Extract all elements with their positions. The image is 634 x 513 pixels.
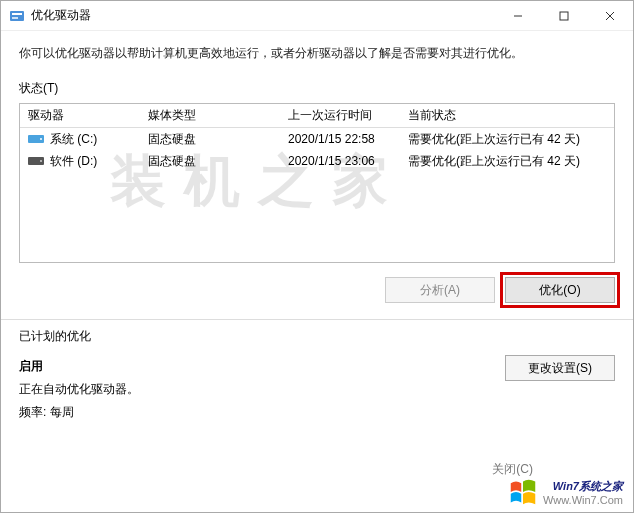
drive-media: 固态硬盘 (140, 153, 280, 170)
drive-name: 软件 (D:) (50, 153, 97, 170)
svg-rect-1 (12, 13, 22, 15)
minimize-icon (513, 11, 523, 21)
maximize-button[interactable] (541, 1, 587, 31)
schedule-heading: 启用 (19, 355, 485, 378)
maximize-icon (559, 11, 569, 21)
optimize-button[interactable]: 优化(O) (505, 277, 615, 303)
change-settings-button[interactable]: 更改设置(S) (505, 355, 615, 381)
brand-name: Win7系统之家 (543, 479, 623, 494)
drive-media: 固态硬盘 (140, 131, 280, 148)
status-label: 状态(T) (1, 70, 633, 103)
windows-logo-icon (509, 478, 537, 506)
drive-icon (28, 155, 44, 167)
scheduled-label: 已计划的优化 (1, 322, 633, 349)
drive-state: 需要优化(距上次运行已有 42 天) (400, 131, 614, 148)
drives-list[interactable]: 装机之家 驱动器 媒体类型 上一次运行时间 当前状态 系统 (C:) 固态硬盘 … (19, 103, 615, 263)
col-state[interactable]: 当前状态 (400, 107, 614, 124)
schedule-section: 启用 正在自动优化驱动器。 频率: 每周 更改设置(S) (1, 349, 633, 429)
app-icon (9, 8, 25, 24)
minimize-button[interactable] (495, 1, 541, 31)
action-buttons: 分析(A) 优化(O) (1, 263, 633, 317)
col-media[interactable]: 媒体类型 (140, 107, 280, 124)
drive-state: 需要优化(距上次运行已有 42 天) (400, 153, 614, 170)
divider (1, 319, 633, 320)
svg-point-8 (40, 138, 42, 140)
optimize-drives-window: 优化驱动器 你可以优化驱动器以帮助计算机更高效地运行，或者分析驱动器以了解是否需… (0, 0, 634, 513)
drive-last: 2020/1/15 23:06 (280, 154, 400, 168)
window-title: 优化驱动器 (31, 7, 91, 24)
close-label: 关闭(C) (492, 461, 533, 478)
drive-icon (28, 133, 44, 145)
schedule-line: 正在自动优化驱动器。 (19, 378, 485, 401)
table-row[interactable]: 系统 (C:) 固态硬盘 2020/1/15 22:58 需要优化(距上次运行已… (20, 128, 614, 150)
brand-url: Www.Win7.Com (543, 494, 623, 506)
svg-rect-4 (560, 12, 568, 20)
col-drive[interactable]: 驱动器 (20, 107, 140, 124)
list-header: 驱动器 媒体类型 上一次运行时间 当前状态 (20, 104, 614, 128)
description-text: 你可以优化驱动器以帮助计算机更高效地运行，或者分析驱动器以了解是否需要对其进行优… (1, 31, 633, 70)
analyze-button: 分析(A) (385, 277, 495, 303)
drive-name: 系统 (C:) (50, 131, 97, 148)
svg-rect-0 (10, 11, 24, 21)
titlebar: 优化驱动器 (1, 1, 633, 31)
drive-last: 2020/1/15 22:58 (280, 132, 400, 146)
close-button[interactable] (587, 1, 633, 31)
schedule-frequency: 频率: 每周 (19, 401, 485, 424)
close-icon (605, 11, 615, 21)
svg-point-10 (40, 160, 42, 162)
brand-watermark: Win7系统之家 Www.Win7.Com (509, 478, 623, 506)
table-row[interactable]: 软件 (D:) 固态硬盘 2020/1/15 23:06 需要优化(距上次运行已… (20, 150, 614, 172)
svg-rect-2 (12, 17, 18, 19)
col-last[interactable]: 上一次运行时间 (280, 107, 400, 124)
